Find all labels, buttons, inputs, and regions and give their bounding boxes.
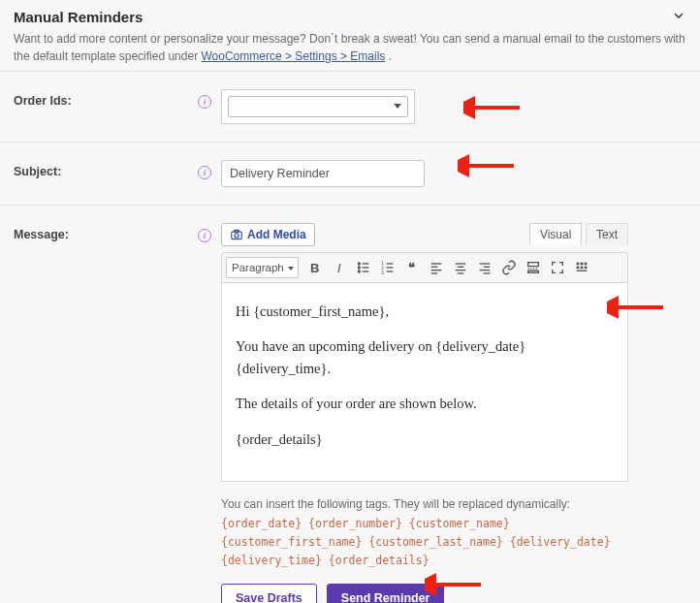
tags-hint: You can insert the following tags. They … [221,495,648,570]
bold-button[interactable]: B [303,256,327,279]
camera-icon [230,228,243,241]
svg-rect-37 [584,267,587,270]
numbered-list-button[interactable]: 123 [376,256,399,279]
subject-label: Subject: [14,165,61,178]
editor-toolbar: Paragraph B I 123 ❝ [221,252,628,283]
annotation-arrow [463,96,522,119]
svg-point-3 [235,234,239,238]
svg-rect-2 [232,232,242,239]
svg-rect-38 [576,270,587,271]
align-center-button[interactable] [449,256,472,279]
subject-input[interactable] [221,160,425,187]
svg-rect-33 [580,263,583,266]
bullet-list-button[interactable] [352,256,375,279]
settings-link[interactable]: WooCommerce > Settings > Emails [201,49,385,63]
insert-more-button[interactable] [522,256,545,279]
link-button[interactable] [497,256,521,279]
svg-rect-29 [527,263,538,267]
save-drafts-button[interactable]: Save Drafts [221,584,317,603]
caret-down-icon [394,104,401,109]
panel-description: Want to add more content or personalize … [0,28,700,71]
format-select[interactable]: Paragraph [226,257,299,278]
svg-rect-36 [580,267,583,270]
editor-line: You have an upcoming delivery on {delive… [236,335,614,379]
svg-rect-35 [576,267,579,270]
editor-line: The details of your order are shown belo… [236,393,614,414]
svg-rect-34 [584,263,587,266]
chevron-down-icon [671,8,686,23]
editor-line: {order_details} [236,428,614,450]
svg-point-5 [358,263,360,265]
editor-tabs: Visual Text [529,223,628,245]
message-label: Message: [14,228,69,241]
svg-rect-4 [235,230,239,232]
italic-button[interactable]: I [328,256,351,279]
page-title: Manual Reminders [14,9,143,25]
svg-rect-31 [527,270,538,272]
collapse-toggle[interactable] [671,8,686,26]
svg-text:3: 3 [381,270,384,275]
svg-point-6 [358,267,360,269]
order-ids-label: Order Ids: [14,94,72,108]
annotation-arrow [458,154,516,177]
quote-button[interactable]: ❝ [400,256,424,279]
section-order-ids: Order Ids: i [0,71,700,142]
toolbar-toggle-button[interactable] [570,256,593,279]
send-reminder-button[interactable]: Send Reminder [327,584,445,603]
align-left-button[interactable] [425,256,448,279]
order-ids-select-wrap [221,89,415,124]
align-right-button[interactable] [473,256,496,279]
tab-text[interactable]: Text [586,223,628,245]
svg-rect-32 [576,263,579,266]
svg-point-7 [358,270,360,272]
reminders-panel: Manual Reminders Want to add more conten… [0,0,700,603]
section-subject: Subject: i [0,142,700,205]
order-ids-select[interactable] [228,96,408,117]
info-icon[interactable]: i [198,229,211,242]
add-media-button[interactable]: Add Media [221,223,315,246]
info-icon[interactable]: i [198,95,211,109]
tab-visual[interactable]: Visual [529,223,582,245]
panel-header: Manual Reminders [0,0,700,28]
editor-body[interactable]: Hi {customer_first_name}, You have an up… [221,283,628,482]
section-message: Message: i Add Media Visual Text Paragra… [0,205,700,603]
editor-line: Hi {customer_first_name}, [236,301,614,322]
info-icon[interactable]: i [198,166,211,179]
fullscreen-button[interactable] [546,256,569,279]
